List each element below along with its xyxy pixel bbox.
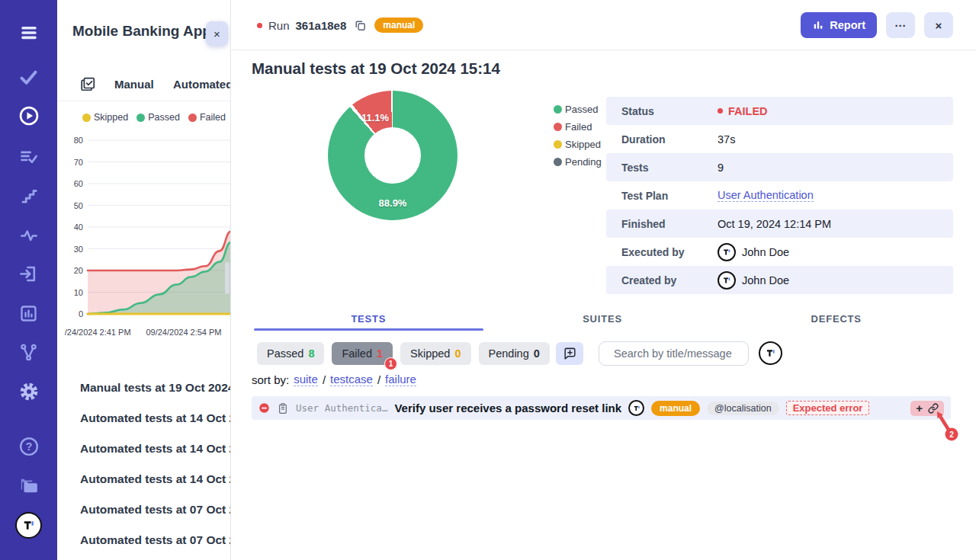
donut-passed-label: 88.9%: [370, 197, 416, 209]
user-avatar: [718, 271, 736, 290]
activity-icon[interactable]: [0, 226, 57, 245]
sort-by-failure[interactable]: failure: [385, 373, 416, 386]
help-icon[interactable]: ?: [0, 436, 57, 457]
expected-error-pill: Expected error: [786, 401, 870, 415]
tab-manual[interactable]: Manual: [114, 78, 154, 91]
run-list-item[interactable]: Automated tests at 14 Oct 2024: [57, 403, 231, 434]
run-label: Automated tests at 14 Oct 2024: [80, 411, 231, 425]
panel-scrollbar[interactable]: [225, 262, 230, 294]
add-comment-button[interactable]: [556, 342, 583, 365]
run-label: Automated tests at 14 Oct 2024: [80, 472, 231, 486]
svg-text:70: 70: [74, 158, 83, 167]
user-avatar: [718, 243, 736, 261]
sort-row: sort by: suite / testcase / failure: [252, 373, 416, 386]
select-runs-icon[interactable]: [79, 75, 96, 95]
more-button[interactable]: ···: [886, 12, 915, 38]
run-list-item[interactable]: Automated tests at 07 Oct 2024: [57, 525, 231, 555]
sort-by-suite[interactable]: suite: [294, 373, 318, 386]
svg-text:10: 10: [74, 288, 83, 297]
svg-text:30: 30: [74, 245, 83, 254]
svg-text:?: ?: [25, 440, 32, 453]
close-run-button[interactable]: ×: [924, 12, 953, 38]
menu-icon[interactable]: [0, 23, 57, 43]
test-assignee-avatar: [628, 400, 644, 416]
list-check-icon[interactable]: [0, 146, 57, 167]
import-icon[interactable]: [0, 264, 57, 284]
branch-icon[interactable]: [0, 342, 57, 363]
run-list-item[interactable]: Manual tests at 19 Oct 2024: [57, 373, 231, 403]
app-sidebar: ?: [0, 0, 57, 560]
steps-icon[interactable]: [0, 186, 57, 206]
legend-dot: [554, 123, 562, 131]
play-icon[interactable]: [0, 105, 57, 126]
test-result-row[interactable]: User Authentica… Verify user receives a …: [252, 396, 951, 420]
legend-item: Failed: [188, 112, 226, 123]
report-button[interactable]: Report: [801, 12, 877, 38]
svg-text:20: 20: [74, 266, 83, 275]
info-row-executed-by: Executed by John Doe: [606, 238, 953, 266]
run-label: Automated tests at 07 Oct 2024: [80, 503, 231, 517]
project-title: Mobile Banking App: [72, 23, 211, 40]
panel-close-button[interactable]: ×: [206, 21, 228, 46]
info-row-tests: Tests 9: [606, 153, 953, 181]
run-topbar: Run 361a18e8 manual Report ··· ×: [232, 0, 976, 50]
sort-label: sort by:: [252, 373, 289, 386]
test-title: Verify user receives a password reset li…: [394, 402, 621, 414]
assignee-avatar-filter[interactable]: [759, 341, 782, 365]
test-plan-link[interactable]: User Authentication: [718, 189, 814, 202]
info-row-status: Status FAILED: [606, 97, 953, 125]
info-row-test-plan: Test Plan User Authentication: [606, 181, 953, 210]
filter-skipped[interactable]: Skipped0: [400, 342, 470, 365]
run-label: Automated tests at 07 Oct 2024: [80, 533, 231, 547]
donut-legend: PassedFailedSkippedPending: [554, 104, 602, 168]
run-list-item[interactable]: Automated tests at 14 Oct 2024: [57, 434, 231, 464]
check-icon[interactable]: [0, 67, 57, 88]
run-status-dot: [257, 23, 262, 28]
history-chart: 0102030405060708009/24/2024 2:41 PM09/24…: [65, 128, 231, 349]
info-row-created-by: Created by John Doe: [606, 266, 953, 294]
annotation-number: 2: [949, 430, 954, 439]
tab-suites[interactable]: SUITES: [486, 307, 720, 331]
run-word: Run: [268, 19, 290, 32]
sort-by-testcase[interactable]: testcase: [330, 373, 373, 386]
top-actions: Report ··· ×: [801, 12, 953, 38]
run-type-badge: manual: [374, 18, 423, 33]
history-legend: SkippedPassedFailed: [82, 112, 226, 123]
test-tag: @localisation: [707, 402, 779, 415]
search-input[interactable]: [614, 347, 756, 360]
status-badge: FAILED: [718, 105, 768, 117]
project-panel: Mobile Banking App × Manual Automated Sk…: [57, 0, 231, 560]
legend-item: Passed: [136, 112, 180, 123]
tab-tests[interactable]: TESTS: [252, 307, 486, 331]
app-logo[interactable]: [0, 512, 57, 539]
suite-name: User Authentica…: [296, 402, 387, 414]
projects-folder-icon[interactable]: [0, 474, 57, 496]
run-detail-main: Run 361a18e8 manual Report ··· × Manual …: [232, 0, 976, 560]
run-label: Manual tests at 19 Oct 2024: [80, 381, 231, 395]
run-label: Automated tests at 14 Oct 2024: [80, 442, 231, 456]
settings-gear-icon[interactable]: [0, 381, 57, 402]
run-list-item[interactable]: Automated tests at 07 Oct 2024: [57, 494, 231, 525]
report-chart-icon[interactable]: [0, 303, 57, 324]
legend-dot: [554, 105, 562, 114]
info-row-duration: Duration 37s: [606, 125, 953, 153]
failed-dot: [718, 108, 723, 114]
tab-automated[interactable]: Automated: [173, 78, 231, 91]
filter-passed[interactable]: Passed8: [257, 342, 324, 365]
copy-run-id-button[interactable]: [352, 19, 368, 32]
legend-item: Skipped: [554, 139, 602, 150]
tab-defects[interactable]: DEFECTS: [719, 307, 953, 331]
clipboard-icon: [277, 402, 289, 414]
legend-item: Skipped: [82, 112, 128, 123]
legend-dot: [554, 158, 562, 166]
info-row-finished: Finished Oct 19, 2024 12:14 PM: [606, 210, 953, 238]
legend-dot: [136, 114, 145, 122]
donut-failed-label: 11.1%: [352, 112, 398, 123]
legend-dot: [82, 114, 91, 122]
filter-failed[interactable]: Failed1 1: [332, 342, 393, 365]
bar-chart-icon: [812, 19, 824, 31]
run-list-item[interactable]: Automated tests at 14 Oct 2024: [57, 464, 231, 494]
status-filters: Passed8 Failed1 1 Skipped0 Pending0: [257, 342, 550, 365]
filter-pending[interactable]: Pending0: [479, 342, 550, 365]
svg-text:0: 0: [79, 309, 83, 318]
